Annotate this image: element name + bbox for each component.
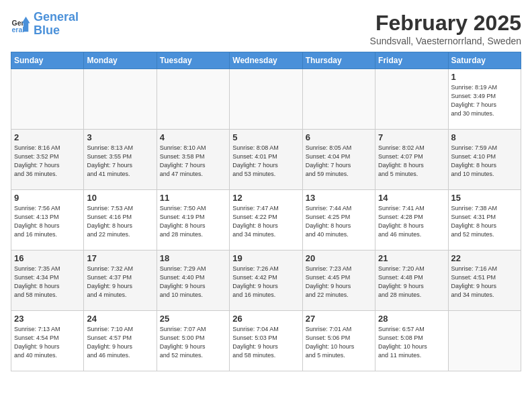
calendar-cell: 20Sunrise: 7:23 AM Sunset: 4:45 PM Dayli… xyxy=(302,250,375,311)
day-number: 13 xyxy=(306,193,372,203)
day-number: 6 xyxy=(306,132,372,142)
day-info: Sunrise: 7:41 AM Sunset: 4:28 PM Dayligh… xyxy=(378,204,445,239)
svg-text:eral: eral xyxy=(12,26,25,34)
day-info: Sunrise: 7:56 AM Sunset: 4:13 PM Dayligh… xyxy=(14,204,81,239)
calendar-cell: 28Sunrise: 6:57 AM Sunset: 5:08 PM Dayli… xyxy=(375,311,448,371)
day-info: Sunrise: 7:59 AM Sunset: 4:10 PM Dayligh… xyxy=(451,144,518,179)
logo-icon: Gen eral xyxy=(11,14,31,34)
calendar-cell xyxy=(375,69,448,130)
logo-text: GeneralBlue xyxy=(34,11,79,38)
day-number: 2 xyxy=(14,132,81,142)
calendar-cell: 8Sunrise: 7:59 AM Sunset: 4:10 PM Daylig… xyxy=(448,130,521,190)
day-info: Sunrise: 7:35 AM Sunset: 4:34 PM Dayligh… xyxy=(14,265,81,300)
day-number: 3 xyxy=(87,132,153,142)
day-number: 19 xyxy=(232,253,299,263)
calendar-cell: 11Sunrise: 7:50 AM Sunset: 4:19 PM Dayli… xyxy=(157,190,229,250)
day-info: Sunrise: 8:10 AM Sunset: 3:58 PM Dayligh… xyxy=(160,144,226,179)
day-number: 21 xyxy=(378,253,445,263)
calendar-cell xyxy=(448,311,521,371)
calendar-cell: 15Sunrise: 7:38 AM Sunset: 4:31 PM Dayli… xyxy=(448,190,521,250)
calendar-cell: 14Sunrise: 7:41 AM Sunset: 4:28 PM Dayli… xyxy=(375,190,448,250)
calendar-week-3: 9Sunrise: 7:56 AM Sunset: 4:13 PM Daylig… xyxy=(11,190,521,250)
day-number: 20 xyxy=(306,253,372,263)
title-block: February 2025 Sundsvall, Vaesternorrland… xyxy=(370,11,521,46)
calendar-cell: 5Sunrise: 8:08 AM Sunset: 4:01 PM Daylig… xyxy=(230,130,302,190)
day-number: 1 xyxy=(451,72,518,82)
day-number: 10 xyxy=(87,193,153,203)
calendar-cell: 22Sunrise: 7:16 AM Sunset: 4:51 PM Dayli… xyxy=(448,250,521,311)
calendar-cell: 3Sunrise: 8:13 AM Sunset: 3:55 PM Daylig… xyxy=(84,130,157,190)
day-number: 16 xyxy=(14,253,81,263)
calendar-cell: 13Sunrise: 7:44 AM Sunset: 4:25 PM Dayli… xyxy=(302,190,375,250)
logo: Gen eral GeneralBlue xyxy=(11,11,79,38)
day-info: Sunrise: 7:47 AM Sunset: 4:22 PM Dayligh… xyxy=(232,204,299,239)
day-number: 9 xyxy=(14,193,81,203)
column-header-wednesday: Wednesday xyxy=(230,52,302,69)
calendar-cell: 19Sunrise: 7:26 AM Sunset: 4:42 PM Dayli… xyxy=(230,250,302,311)
day-info: Sunrise: 8:13 AM Sunset: 3:55 PM Dayligh… xyxy=(87,144,153,179)
calendar-cell: 25Sunrise: 7:07 AM Sunset: 5:00 PM Dayli… xyxy=(157,311,229,371)
day-info: Sunrise: 7:50 AM Sunset: 4:19 PM Dayligh… xyxy=(160,204,226,239)
day-info: Sunrise: 8:02 AM Sunset: 4:07 PM Dayligh… xyxy=(378,144,445,179)
day-number: 15 xyxy=(451,193,518,203)
day-info: Sunrise: 7:01 AM Sunset: 5:06 PM Dayligh… xyxy=(306,325,372,360)
calendar-week-5: 23Sunrise: 7:13 AM Sunset: 4:54 PM Dayli… xyxy=(11,311,521,371)
calendar-week-2: 2Sunrise: 8:16 AM Sunset: 3:52 PM Daylig… xyxy=(11,130,521,190)
calendar-cell: 18Sunrise: 7:29 AM Sunset: 4:40 PM Dayli… xyxy=(157,250,229,311)
day-info: Sunrise: 7:44 AM Sunset: 4:25 PM Dayligh… xyxy=(306,204,372,239)
calendar-cell: 27Sunrise: 7:01 AM Sunset: 5:06 PM Dayli… xyxy=(302,311,375,371)
day-number: 22 xyxy=(451,253,518,263)
calendar-cell: 6Sunrise: 8:05 AM Sunset: 4:04 PM Daylig… xyxy=(302,130,375,190)
column-header-sunday: Sunday xyxy=(11,52,84,69)
calendar-week-1: 1Sunrise: 8:19 AM Sunset: 3:49 PM Daylig… xyxy=(11,69,521,130)
day-number: 14 xyxy=(378,193,445,203)
day-number: 28 xyxy=(378,314,445,324)
day-number: 26 xyxy=(232,314,299,324)
calendar-cell: 24Sunrise: 7:10 AM Sunset: 4:57 PM Dayli… xyxy=(84,311,157,371)
calendar-cell xyxy=(84,69,157,130)
day-info: Sunrise: 8:16 AM Sunset: 3:52 PM Dayligh… xyxy=(14,144,81,179)
day-number: 25 xyxy=(160,314,226,324)
day-number: 11 xyxy=(160,193,226,203)
calendar-week-4: 16Sunrise: 7:35 AM Sunset: 4:34 PM Dayli… xyxy=(11,250,521,311)
day-number: 17 xyxy=(87,253,153,263)
location-title: Sundsvall, Vaesternorrland, Sweden xyxy=(370,36,521,46)
column-header-tuesday: Tuesday xyxy=(157,52,229,69)
day-info: Sunrise: 7:32 AM Sunset: 4:37 PM Dayligh… xyxy=(87,265,153,300)
calendar-cell: 4Sunrise: 8:10 AM Sunset: 3:58 PM Daylig… xyxy=(157,130,229,190)
calendar: SundayMondayTuesdayWednesdayThursdayFrid… xyxy=(11,52,521,371)
calendar-cell: 16Sunrise: 7:35 AM Sunset: 4:34 PM Dayli… xyxy=(11,250,84,311)
day-number: 18 xyxy=(160,253,226,263)
calendar-cell: 1Sunrise: 8:19 AM Sunset: 3:49 PM Daylig… xyxy=(448,69,521,130)
day-info: Sunrise: 7:13 AM Sunset: 4:54 PM Dayligh… xyxy=(14,325,81,360)
day-info: Sunrise: 7:04 AM Sunset: 5:03 PM Dayligh… xyxy=(232,325,299,360)
day-info: Sunrise: 6:57 AM Sunset: 5:08 PM Dayligh… xyxy=(378,325,445,360)
calendar-cell xyxy=(11,69,84,130)
column-header-thursday: Thursday xyxy=(302,52,375,69)
calendar-cell xyxy=(157,69,229,130)
day-number: 27 xyxy=(306,314,372,324)
day-number: 24 xyxy=(87,314,153,324)
day-number: 7 xyxy=(378,132,445,142)
day-info: Sunrise: 7:29 AM Sunset: 4:40 PM Dayligh… xyxy=(160,265,226,300)
calendar-cell: 9Sunrise: 7:56 AM Sunset: 4:13 PM Daylig… xyxy=(11,190,84,250)
day-info: Sunrise: 8:08 AM Sunset: 4:01 PM Dayligh… xyxy=(232,144,299,179)
day-info: Sunrise: 7:38 AM Sunset: 4:31 PM Dayligh… xyxy=(451,204,518,239)
calendar-header-row: SundayMondayTuesdayWednesdayThursdayFrid… xyxy=(11,52,521,69)
column-header-monday: Monday xyxy=(84,52,157,69)
day-info: Sunrise: 7:23 AM Sunset: 4:45 PM Dayligh… xyxy=(306,265,372,300)
calendar-cell: 23Sunrise: 7:13 AM Sunset: 4:54 PM Dayli… xyxy=(11,311,84,371)
calendar-cell: 21Sunrise: 7:20 AM Sunset: 4:48 PM Dayli… xyxy=(375,250,448,311)
column-header-friday: Friday xyxy=(375,52,448,69)
day-info: Sunrise: 7:26 AM Sunset: 4:42 PM Dayligh… xyxy=(232,265,299,300)
calendar-cell: 17Sunrise: 7:32 AM Sunset: 4:37 PM Dayli… xyxy=(84,250,157,311)
day-info: Sunrise: 7:16 AM Sunset: 4:51 PM Dayligh… xyxy=(451,265,518,300)
day-info: Sunrise: 7:53 AM Sunset: 4:16 PM Dayligh… xyxy=(87,204,153,239)
day-number: 5 xyxy=(232,132,299,142)
day-number: 23 xyxy=(14,314,81,324)
calendar-cell: 10Sunrise: 7:53 AM Sunset: 4:16 PM Dayli… xyxy=(84,190,157,250)
day-info: Sunrise: 7:20 AM Sunset: 4:48 PM Dayligh… xyxy=(378,265,445,300)
day-info: Sunrise: 8:19 AM Sunset: 3:49 PM Dayligh… xyxy=(451,83,518,118)
day-info: Sunrise: 8:05 AM Sunset: 4:04 PM Dayligh… xyxy=(306,144,372,179)
calendar-cell: 2Sunrise: 8:16 AM Sunset: 3:52 PM Daylig… xyxy=(11,130,84,190)
